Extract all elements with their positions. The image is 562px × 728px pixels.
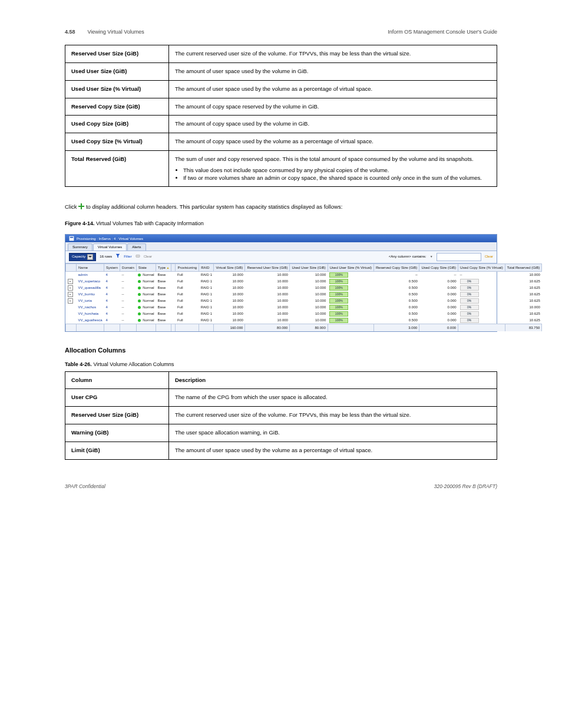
status-dot-icon xyxy=(138,306,141,309)
column-header[interactable]: RAID xyxy=(199,263,214,271)
type-cell: Base xyxy=(156,298,171,304)
note-item: If two or more volumes share an admin or… xyxy=(183,174,491,182)
total-cell: 10.625 xyxy=(505,285,542,291)
usage-bar: 0% xyxy=(460,298,479,304)
ucs-cell: 0.000 xyxy=(419,317,458,324)
expand-cell: + xyxy=(66,291,77,298)
chevron-down-icon: ▼ xyxy=(430,255,433,259)
column-header[interactable] xyxy=(171,263,176,271)
table-row[interactable]: +VV_burrito4--NormalBaseFullRAID 110.000… xyxy=(66,291,542,298)
expand-icon[interactable]: + xyxy=(68,298,73,304)
provisioning-cell: Full xyxy=(176,291,199,298)
desc-cell: The name of the CPG from which the user … xyxy=(168,389,497,407)
figure-lead: Click to display additional column heade… xyxy=(65,203,497,212)
column-header[interactable]: State xyxy=(136,263,156,271)
cell xyxy=(171,285,176,291)
table-row[interactable]: VV_nachos4--NormalBaseFullRAID 110.00010… xyxy=(66,304,542,311)
column-header[interactable]: Name xyxy=(77,263,104,271)
desc-cell: The user space allocation warning, in Gi… xyxy=(168,424,497,442)
table-row: Used User Size (GiB)The amount of user s… xyxy=(65,62,497,80)
tab-virtual-volumes[interactable]: Virtual Volumes xyxy=(93,243,127,250)
expand-icon[interactable]: + xyxy=(68,292,73,297)
totals-cell xyxy=(120,324,137,331)
column-header[interactable]: Used User Size (% Virtual) xyxy=(328,263,373,271)
type-cell: Base xyxy=(156,285,171,291)
usage-bar: 0% xyxy=(460,292,479,297)
table-row[interactable]: +VV_supertaco4--NormalBaseFullRAID 110.0… xyxy=(66,278,542,285)
column-header[interactable]: Reserved Copy Size (GiB) xyxy=(374,263,419,271)
total-cell: 10.625 xyxy=(505,317,542,324)
filter-link[interactable]: Filter xyxy=(124,254,131,259)
status-dot-icon xyxy=(138,274,141,276)
expand-cell: + xyxy=(66,278,77,285)
system-cell: 4 xyxy=(104,278,120,285)
table-row[interactable]: +VV_quesadilla4--NormalBaseFullRAID 110.… xyxy=(66,285,542,291)
column-header[interactable]: Virtual Size (GiB) xyxy=(214,263,245,271)
provisioning-cell: Full xyxy=(176,311,199,317)
system-cell: 4 xyxy=(104,304,120,311)
table-row: Used User Size (% Virtual)The amount of … xyxy=(65,80,497,98)
section-heading: Allocation Columns xyxy=(65,346,497,355)
expand-icon[interactable]: + xyxy=(68,285,73,291)
vs-cell: 10.000 xyxy=(214,317,245,324)
provisioning-cell: Full xyxy=(176,271,199,278)
column-header[interactable] xyxy=(66,263,77,271)
expand-cell xyxy=(66,311,77,317)
rcs-cell: 0.500 xyxy=(374,278,419,285)
table-row: Limit (GiB)The amount of user space used… xyxy=(65,442,497,459)
type-cell: Base xyxy=(156,311,171,317)
totals-cell: 3.000 xyxy=(374,324,419,331)
column-header[interactable]: System xyxy=(104,263,120,271)
uuspct-cell: 100% xyxy=(328,271,373,278)
usage-bar: 100% xyxy=(329,285,348,291)
tab-alerts[interactable]: Alerts xyxy=(127,243,146,250)
column-header[interactable]: Type ▲ xyxy=(156,263,171,271)
col-header: Description xyxy=(168,371,497,389)
column-header[interactable]: Domain xyxy=(120,263,137,271)
column-header[interactable]: Used Copy Size (% Virtual) xyxy=(458,263,505,271)
column-header[interactable]: Total Reserved (GiB) xyxy=(505,263,542,271)
cell xyxy=(171,291,176,298)
total-cell: 10.000 xyxy=(505,271,542,278)
column-header[interactable]: Provisioning xyxy=(176,263,199,271)
uus-cell: 10.000 xyxy=(290,285,328,291)
view-dropdown[interactable]: Capacity xyxy=(69,253,96,261)
term-cell: Used User Size (% Virtual) xyxy=(65,80,169,98)
column-header[interactable]: Used Copy Size (GiB) xyxy=(419,263,458,271)
usage-bar: 100% xyxy=(329,292,348,297)
state-cell: Normal xyxy=(136,304,156,311)
rus-cell: 10.000 xyxy=(245,278,290,285)
name-cell: VV_aguafresca xyxy=(77,317,104,324)
table-row[interactable]: VV_aguafresca4--NormalBaseFullRAID 110.0… xyxy=(66,317,542,324)
table-row: Total Reserved (GiB)The sum of user and … xyxy=(65,151,497,187)
type-cell: Base xyxy=(156,271,171,278)
filter-input[interactable] xyxy=(437,253,481,261)
totals-cell xyxy=(156,324,171,331)
status-dot-icon xyxy=(138,280,141,283)
tab-summary[interactable]: Summary xyxy=(68,243,92,250)
ucspct-cell: 0% xyxy=(458,278,505,285)
table-row[interactable]: admin4--NormalBaseFullRAID 110.00010.000… xyxy=(66,271,542,278)
state-cell: Normal xyxy=(136,291,156,298)
table-row[interactable]: +VV_torta4--NormalBaseFullRAID 110.00010… xyxy=(66,298,542,304)
term-cell: Warning (GiB) xyxy=(65,424,169,442)
usage-bar: 0% xyxy=(460,311,479,317)
expand-icon[interactable]: + xyxy=(68,279,73,284)
vs-cell: 10.000 xyxy=(214,291,245,298)
domain-cell: -- xyxy=(120,311,137,317)
name-cell: admin xyxy=(77,271,104,278)
figure-caption: Figure 4-14. Virtual Volumes Tab with Ca… xyxy=(65,220,497,227)
clear-filter-link[interactable]: Clear xyxy=(485,254,493,259)
rus-cell: 10.000 xyxy=(245,317,290,324)
window-title: Provisioning : InServs : 4 : Virtual Vol… xyxy=(77,236,143,241)
table-row: Used Copy Size (GiB)The amount of copy s… xyxy=(65,116,497,133)
clear-link[interactable]: Clear xyxy=(144,254,152,259)
name-cell: VV_supertaco xyxy=(77,278,104,285)
column-header[interactable]: Used User Size (GiB) xyxy=(290,263,328,271)
rcs-cell: 0.000 xyxy=(374,304,419,311)
uuspct-cell: 100% xyxy=(328,304,373,311)
table-row[interactable]: VV_horchata4--NormalBaseFullRAID 110.000… xyxy=(66,311,542,317)
desc-cell: The amount of copy space used by the vol… xyxy=(168,116,497,133)
system-cell: 4 xyxy=(104,311,120,317)
column-header[interactable]: Reserved User Size (GiB) xyxy=(245,263,290,271)
